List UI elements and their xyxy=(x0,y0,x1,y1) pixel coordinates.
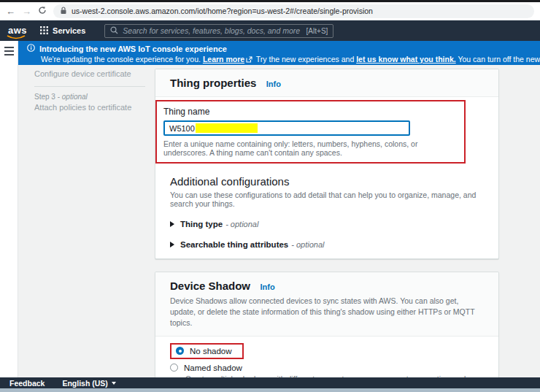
device-shadow-card: Device Shadow Info Device Shadows allow … xyxy=(155,272,499,377)
thing-properties-title: Thing properties xyxy=(170,77,256,89)
collapsed-sidebar xyxy=(0,41,18,377)
named-shadow-label: Named shadow xyxy=(184,364,242,372)
info-circle-icon xyxy=(27,44,35,53)
expander-suffix: - optional xyxy=(225,220,258,228)
search-shortcut: [Alt+S] xyxy=(306,27,328,35)
console-footer: Feedback English (US) xyxy=(0,377,540,388)
redaction-highlight xyxy=(196,123,258,133)
expander-thing-type[interactable]: Thing type - optional xyxy=(170,220,484,228)
services-label: Services xyxy=(53,26,85,35)
main-content: Configure device certificate Step 3 - op… xyxy=(18,65,540,377)
option-named-shadow[interactable]: Named shadow xyxy=(170,364,484,372)
chevron-down-icon xyxy=(112,382,116,385)
expander-searchable-attributes[interactable]: Searchable thing attributes - optional xyxy=(170,240,484,249)
device-shadow-info-link[interactable]: Info xyxy=(261,283,275,291)
hamburger-menu-icon[interactable] xyxy=(4,47,14,55)
expander-label: Thing type xyxy=(180,220,223,228)
banner-title: Introducing the new AWS IoT console expe… xyxy=(39,45,227,53)
thing-name-helper-text: Enter a unique name containing only: let… xyxy=(163,139,457,157)
no-shadow-annotation-box: No shadow xyxy=(170,343,244,359)
language-label: English (US) xyxy=(62,379,107,388)
step3-label: Step 3 - optional xyxy=(34,93,153,101)
feedback-button[interactable]: Feedback xyxy=(9,379,45,388)
banner-message: We're updating the console experience fo… xyxy=(41,55,533,64)
step-nav-attach-policies[interactable]: Attach policies to certificate xyxy=(34,102,153,113)
language-selector[interactable]: English (US) xyxy=(62,379,115,388)
device-shadow-header: Device Shadow Info Device Shadows allow … xyxy=(155,272,498,337)
aws-logo[interactable]: aws xyxy=(7,25,28,40)
device-shadow-body: No shadow Named shadow Create multiple s… xyxy=(155,337,498,377)
expander-label: Searchable thing attributes xyxy=(180,240,288,249)
step-nav-configure-certificate[interactable]: Configure device certificate xyxy=(34,69,153,80)
thing-properties-card: Thing properties Info Thing name W5100 E… xyxy=(155,69,499,259)
learn-more-link[interactable]: Learn more xyxy=(203,55,244,64)
thing-name-input[interactable]: W5100 xyxy=(163,120,410,136)
device-shadow-title: Device Shadow xyxy=(170,280,250,292)
browser-back-icon[interactable]: ← xyxy=(6,7,15,16)
no-shadow-label: No shadow xyxy=(190,347,232,356)
radio-named-shadow[interactable] xyxy=(170,364,178,372)
expander-suffix: - optional xyxy=(291,240,324,249)
chevron-right-icon xyxy=(170,242,174,247)
thing-properties-body: Thing name W5100 Enter a unique name con… xyxy=(155,100,498,259)
device-shadow-desc: Device Shadows allow connected devices t… xyxy=(170,296,484,329)
search-icon xyxy=(110,24,118,37)
search-placeholder: Search for services, features, blogs, do… xyxy=(123,26,301,35)
services-grid-icon xyxy=(40,26,48,36)
browser-address-bar: ← → us-west-2.console.aws.amazon.com/iot… xyxy=(0,2,540,20)
additional-configurations-title: Additional configurations xyxy=(170,175,484,188)
thing-properties-header: Thing properties Info xyxy=(155,69,498,97)
external-link-icon xyxy=(246,55,252,64)
url-bar[interactable]: us-west-2.console.aws.amazon.com/iot/hom… xyxy=(53,4,534,18)
services-menu[interactable]: Services xyxy=(40,26,85,36)
thing-properties-info-link[interactable]: Info xyxy=(266,80,281,88)
chevron-right-icon xyxy=(170,221,174,227)
iot-console-banner: Introducing the new AWS IoT console expe… xyxy=(18,41,540,65)
step-nav-divider xyxy=(34,86,145,87)
additional-configurations-desc: You can use these configurations to add … xyxy=(170,191,484,208)
banner-text: We're updating the console experience fo… xyxy=(41,55,203,64)
radio-no-shadow[interactable] xyxy=(176,347,184,355)
additional-configurations-section: Additional configurations You can use th… xyxy=(155,164,498,259)
feedback-link[interactable]: let us know what you think. xyxy=(356,55,456,64)
step3-text: Step 3 - xyxy=(34,93,62,101)
bottom-edge-strip xyxy=(0,388,540,392)
step3-optional: optional xyxy=(62,93,88,101)
url-text: us-west-2.console.aws.amazon.com/iot/hom… xyxy=(72,7,373,15)
services-search-input[interactable]: Search for services, features, blogs, do… xyxy=(104,24,333,38)
browser-forward-icon[interactable]: → xyxy=(22,7,31,16)
wizard-step-nav: Configure device certificate Step 3 - op… xyxy=(34,67,153,113)
lock-icon xyxy=(60,4,67,18)
thing-name-label: Thing name xyxy=(163,107,457,117)
browser-reload-icon[interactable] xyxy=(38,6,47,16)
banner-text: Try the new experiences and xyxy=(254,55,356,64)
thing-name-annotation-box: Thing name W5100 Enter a unique name con… xyxy=(155,100,466,164)
thing-name-value: W5100 xyxy=(169,124,195,133)
banner-text: You can turn off the new experience from… xyxy=(456,55,540,64)
aws-top-nav: aws Services Search for services, featur… xyxy=(0,20,540,41)
